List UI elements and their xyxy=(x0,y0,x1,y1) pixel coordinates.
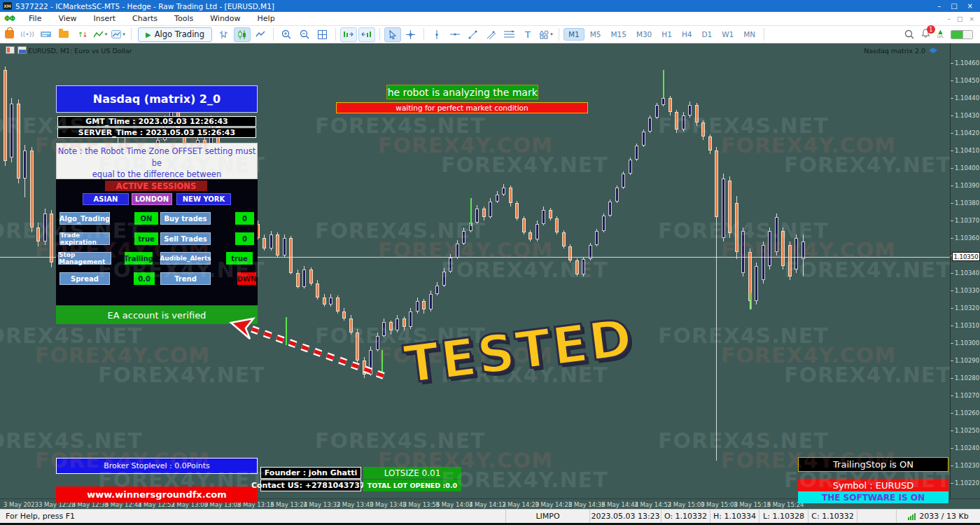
crosshair-icon xyxy=(406,30,415,39)
bar-chart-button[interactable] xyxy=(216,27,232,42)
price-tick xyxy=(951,168,953,169)
notifications-button[interactable]: 1 xyxy=(921,29,930,40)
chart-shift-button[interactable] xyxy=(340,27,357,42)
candle-body xyxy=(496,195,499,202)
algo-trading-button[interactable]: ▶ Algo Trading xyxy=(138,27,212,42)
title-bar: XM 5377222 - ICMarketsSC-MT5 - Hedge - R… xyxy=(0,0,980,12)
price-tick xyxy=(951,413,953,414)
zoom-out-icon xyxy=(300,29,309,39)
buy-sell-arrows-button[interactable]: ↑↓ xyxy=(74,27,90,42)
price-label: 1.10410 xyxy=(955,147,979,154)
shapes-icon xyxy=(539,30,549,39)
restore-icon[interactable]: □ xyxy=(951,2,957,10)
one-click-trading-icon[interactable] xyxy=(18,46,27,54)
connection-toggle[interactable] xyxy=(951,30,973,39)
candle-body xyxy=(462,231,465,244)
line-chart-button[interactable] xyxy=(252,27,269,42)
child-close-icon[interactable]: × xyxy=(969,15,974,22)
price-tick xyxy=(951,186,953,186)
mt5-window: XM 5377222 - ICMarketsSC-MT5 - Hedge - R… xyxy=(0,0,980,525)
search-icon[interactable] xyxy=(904,29,914,39)
menu-window[interactable]: Window xyxy=(202,13,248,24)
timeframe-m30[interactable]: M30 xyxy=(632,29,656,40)
price-label: 1.10290 xyxy=(955,357,979,364)
time-label: 3 May 15:08 xyxy=(701,501,738,508)
price-tick xyxy=(951,150,953,151)
chart-symbol-header: EURUSD, M1: Euro vs US Dollar xyxy=(28,47,132,55)
value-stop-management[interactable]: Trailing xyxy=(125,252,153,265)
value-trade-expiration[interactable]: true xyxy=(134,232,158,245)
auto-scroll-button[interactable] xyxy=(358,27,375,42)
timeframe-h4[interactable]: H4 xyxy=(678,29,696,40)
chart-profile-button[interactable]: ▾ xyxy=(110,27,127,42)
menu-file[interactable]: File xyxy=(20,13,50,24)
depth-of-market-icon[interactable] xyxy=(6,46,15,54)
candle-body xyxy=(695,105,699,122)
folder-icon xyxy=(59,31,69,38)
trendline-icon xyxy=(468,30,477,39)
lotsize-bar: LOTSIZE 0.01 xyxy=(363,467,461,479)
broadcast-button[interactable]: ((•)) xyxy=(19,27,36,42)
menu-view[interactable]: View xyxy=(50,13,85,24)
candle-body xyxy=(363,360,366,374)
minimize-icon[interactable]: – xyxy=(937,2,941,10)
price-axis[interactable]: 1.104601.104501.104401.104301.104201.104… xyxy=(950,43,980,498)
candle-body xyxy=(302,270,306,287)
label-trade-expiration: Trade expiration xyxy=(59,232,110,245)
timeframe-m5[interactable]: M5 xyxy=(586,29,606,40)
candle-body xyxy=(509,188,512,203)
price-label: 1.10280 xyxy=(955,374,979,382)
candle-body xyxy=(23,150,27,178)
menu-help[interactable]: Help xyxy=(249,13,284,24)
channel-tool[interactable] xyxy=(483,27,500,42)
signal-mark xyxy=(286,317,287,345)
connection-status[interactable]: 2033 / 13 Kb xyxy=(896,510,980,523)
value-audible-alerts[interactable]: true xyxy=(226,252,253,265)
open-file-button[interactable] xyxy=(55,27,72,42)
value-algo-trading[interactable]: ON xyxy=(134,212,158,225)
menu-charts[interactable]: Charts xyxy=(124,13,166,24)
timeframe-h1[interactable]: H1 xyxy=(657,29,676,40)
zoom-in-button[interactable] xyxy=(278,27,295,42)
candle-body xyxy=(456,244,459,258)
candle-body xyxy=(296,273,300,287)
text-tool[interactable]: T xyxy=(519,27,536,42)
candlestick-chart-button[interactable] xyxy=(234,27,251,42)
zoom-out-button[interactable] xyxy=(296,27,313,42)
menu-insert[interactable]: Insert xyxy=(85,13,125,24)
deposit-button[interactable] xyxy=(37,27,54,42)
candle-body xyxy=(283,238,286,255)
fibonacci-tool[interactable] xyxy=(501,27,518,42)
time-label: 3 May 14:52 xyxy=(634,501,671,508)
chart-profile-icon xyxy=(111,30,121,38)
timeframe-d1[interactable]: D1 xyxy=(697,29,716,40)
close-icon[interactable]: × xyxy=(967,2,973,10)
child-minimize-icon[interactable]: – xyxy=(947,15,951,22)
timeframe-mn[interactable]: MN xyxy=(739,29,760,40)
candle-body xyxy=(50,214,53,262)
indicators-button[interactable]: ▾ xyxy=(92,27,108,42)
price-label: 1.10270 xyxy=(955,392,979,399)
horizontal-line-tool[interactable] xyxy=(447,27,463,42)
timeframe-m1[interactable]: M1 xyxy=(564,28,584,41)
cursor-icon xyxy=(388,30,397,39)
bar-high: H: 1.10334 xyxy=(710,510,759,523)
levels-button[interactable]: ▲LVL xyxy=(937,29,944,39)
session-london-button[interactable]: LONDON xyxy=(132,193,172,205)
tile-windows-button[interactable] xyxy=(314,27,331,42)
session-newyork-button[interactable]: NEW YORK xyxy=(176,193,231,205)
timeframe-m15[interactable]: M15 xyxy=(606,29,630,40)
shapes-tool[interactable]: ▾ xyxy=(538,27,554,42)
menu-tools[interactable]: Tools xyxy=(166,13,202,24)
session-asian-button[interactable]: ASIAN xyxy=(83,193,129,205)
new-order-button[interactable] xyxy=(1,27,18,42)
cursor-tool-button[interactable] xyxy=(384,27,401,42)
candle-body xyxy=(602,216,606,231)
crosshair-tool-button[interactable] xyxy=(402,27,419,42)
trendline-tool[interactable] xyxy=(465,27,482,42)
vline-icon xyxy=(434,30,440,39)
vertical-line-tool[interactable] xyxy=(428,27,445,42)
timeframe-w1[interactable]: W1 xyxy=(718,29,738,40)
candle-body xyxy=(475,209,479,223)
child-restore-icon[interactable]: □ xyxy=(957,15,963,22)
